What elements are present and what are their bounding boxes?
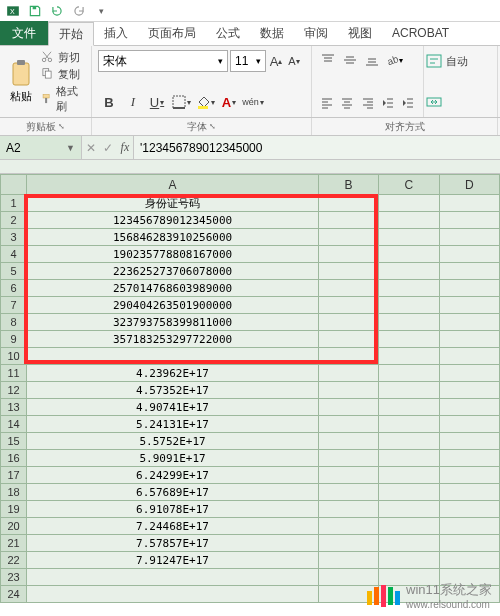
- cell[interactable]: [439, 229, 499, 246]
- decrease-font-button[interactable]: A▾: [286, 51, 302, 71]
- cell[interactable]: [318, 348, 378, 365]
- cell[interactable]: [379, 195, 439, 212]
- font-size-select[interactable]: 11▾: [230, 50, 266, 72]
- cell[interactable]: [379, 382, 439, 399]
- cell[interactable]: [379, 467, 439, 484]
- col-header-b[interactable]: B: [318, 175, 378, 195]
- cell[interactable]: [379, 348, 439, 365]
- cell[interactable]: [379, 433, 439, 450]
- cell[interactable]: 290404263501900000: [27, 297, 319, 314]
- cell[interactable]: 357183253297722000: [27, 331, 319, 348]
- align-left-button[interactable]: [318, 93, 336, 113]
- row-header[interactable]: 20: [1, 518, 27, 535]
- cell[interactable]: [318, 314, 378, 331]
- cell[interactable]: 5.9091E+17: [27, 450, 319, 467]
- cell[interactable]: [379, 450, 439, 467]
- cell[interactable]: 7.57857E+17: [27, 535, 319, 552]
- bold-button[interactable]: B: [98, 91, 120, 113]
- font-color-button[interactable]: A▾: [218, 91, 240, 113]
- align-bottom-button[interactable]: [362, 50, 382, 70]
- row-header[interactable]: 18: [1, 484, 27, 501]
- cell[interactable]: [318, 280, 378, 297]
- name-box[interactable]: A2 ▼: [0, 136, 82, 159]
- row-header[interactable]: 15: [1, 433, 27, 450]
- cell[interactable]: [379, 280, 439, 297]
- row-header[interactable]: 12: [1, 382, 27, 399]
- cell[interactable]: [27, 586, 319, 603]
- row-header[interactable]: 10: [1, 348, 27, 365]
- cell[interactable]: [439, 399, 499, 416]
- cell[interactable]: [439, 501, 499, 518]
- row-header[interactable]: 14: [1, 416, 27, 433]
- cell[interactable]: [379, 518, 439, 535]
- cell[interactable]: [318, 229, 378, 246]
- tab-layout[interactable]: 页面布局: [138, 21, 206, 45]
- cell[interactable]: 123456789012345000: [27, 212, 319, 229]
- cell[interactable]: [318, 195, 378, 212]
- cell[interactable]: [379, 212, 439, 229]
- cell[interactable]: [439, 433, 499, 450]
- underline-button[interactable]: U▾: [146, 91, 168, 113]
- cell[interactable]: [379, 331, 439, 348]
- cell[interactable]: [318, 212, 378, 229]
- cell[interactable]: [318, 331, 378, 348]
- row-header[interactable]: 19: [1, 501, 27, 518]
- formula-cancel-button[interactable]: ✕: [86, 141, 96, 155]
- cell[interactable]: [439, 246, 499, 263]
- cell[interactable]: [439, 450, 499, 467]
- formula-accept-button[interactable]: ✓: [103, 141, 113, 155]
- cell[interactable]: [439, 212, 499, 229]
- phonetic-button[interactable]: wén▾: [242, 91, 264, 113]
- tab-formulas[interactable]: 公式: [206, 21, 250, 45]
- cell[interactable]: [439, 484, 499, 501]
- merge-center-button[interactable]: [426, 91, 495, 113]
- cell[interactable]: [439, 297, 499, 314]
- tab-review[interactable]: 审阅: [294, 21, 338, 45]
- cell[interactable]: [439, 552, 499, 569]
- cell[interactable]: [318, 484, 378, 501]
- row-header[interactable]: 4: [1, 246, 27, 263]
- cell[interactable]: 223625273706078000: [27, 263, 319, 280]
- cell[interactable]: 7.91247E+17: [27, 552, 319, 569]
- cell[interactable]: [379, 229, 439, 246]
- row-header[interactable]: 23: [1, 569, 27, 586]
- format-painter-button[interactable]: 格式刷: [40, 84, 85, 114]
- cell[interactable]: [318, 552, 378, 569]
- row-header[interactable]: 6: [1, 280, 27, 297]
- cell[interactable]: [379, 416, 439, 433]
- row-header[interactable]: 13: [1, 399, 27, 416]
- cell[interactable]: [439, 280, 499, 297]
- cell[interactable]: 6.24299E+17: [27, 467, 319, 484]
- cell[interactable]: [318, 246, 378, 263]
- cell[interactable]: 身份证号码: [27, 195, 319, 212]
- row-header[interactable]: 8: [1, 314, 27, 331]
- row-header[interactable]: 5: [1, 263, 27, 280]
- row-header[interactable]: 11: [1, 365, 27, 382]
- cell[interactable]: [439, 467, 499, 484]
- cell[interactable]: [318, 399, 378, 416]
- spreadsheet-grid[interactable]: A B C D 1身份证号码 2123456789012345000 31568…: [0, 174, 500, 603]
- cell[interactable]: [27, 569, 319, 586]
- row-header[interactable]: 21: [1, 535, 27, 552]
- align-right-button[interactable]: [358, 93, 376, 113]
- row-header[interactable]: 22: [1, 552, 27, 569]
- cell[interactable]: [439, 518, 499, 535]
- tab-view[interactable]: 视图: [338, 21, 382, 45]
- cell[interactable]: [318, 501, 378, 518]
- redo-button[interactable]: [70, 2, 88, 20]
- font-name-select[interactable]: 宋体▾: [98, 50, 228, 72]
- cell[interactable]: 4.23962E+17: [27, 365, 319, 382]
- border-button[interactable]: ▾: [170, 91, 192, 113]
- cell[interactable]: [379, 297, 439, 314]
- cell[interactable]: [318, 382, 378, 399]
- row-header[interactable]: 1: [1, 195, 27, 212]
- row-header[interactable]: 2: [1, 212, 27, 229]
- wrap-text-button[interactable]: 自动: [426, 50, 495, 72]
- increase-font-button[interactable]: A▴: [268, 51, 284, 71]
- formula-input[interactable]: '123456789012345000: [134, 136, 500, 159]
- cell[interactable]: [439, 331, 499, 348]
- increase-indent-button[interactable]: [399, 93, 417, 113]
- cell[interactable]: 7.24468E+17: [27, 518, 319, 535]
- col-header-d[interactable]: D: [439, 175, 499, 195]
- file-tab[interactable]: 文件: [0, 21, 48, 45]
